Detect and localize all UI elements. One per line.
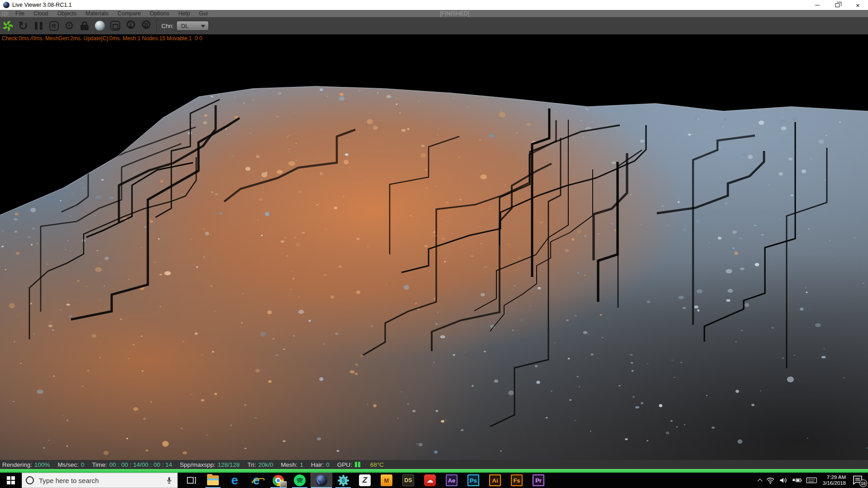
focus-picker-button[interactable]: F: [123, 19, 138, 33]
touch-keyboard-button[interactable]: [806, 477, 817, 484]
pause-icon: [35, 22, 42, 30]
cinema4d-app-icon: [3, 2, 9, 8]
taskbar-app-chrome[interactable]: [267, 473, 289, 488]
octane-logo-icon: [1, 19, 14, 32]
settings-button[interactable]: ⚙: [61, 19, 77, 33]
region-render-button[interactable]: R: [46, 19, 61, 33]
menu-objects[interactable]: Objects: [53, 10, 81, 17]
substance-gear-icon: S: [337, 474, 349, 487]
material-preview-button[interactable]: [92, 19, 108, 33]
menu-gui[interactable]: Gui: [194, 10, 212, 17]
keyboard-icon: [806, 477, 817, 484]
taskbar-app-creative-cloud[interactable]: ☁: [419, 473, 441, 488]
taskbar-app-premiere[interactable]: Pr: [528, 473, 549, 488]
daz-studio-icon: DS: [402, 474, 414, 486]
system-tray: 7:29 AM 3/16/2018 16: [758, 473, 868, 488]
menu-materials[interactable]: Materials: [81, 10, 113, 17]
pause-render-button[interactable]: [31, 19, 46, 33]
hidden-icons-button[interactable]: [758, 478, 762, 483]
internet-explorer-icon: e: [253, 474, 259, 487]
photoshop-icon: Ps: [467, 474, 479, 486]
task-view-icon: [186, 475, 197, 485]
search-input[interactable]: [39, 477, 165, 484]
close-button[interactable]: ×: [848, 0, 868, 10]
file-explorer-icon: [207, 475, 219, 485]
minimize-button[interactable]: [807, 0, 827, 10]
channel-label: Chn:: [161, 23, 174, 29]
menu-compare[interactable]: Compare: [113, 10, 145, 17]
material-ball-icon: [95, 21, 105, 31]
taskbar-searchbox[interactable]: [22, 473, 178, 488]
render-statusbar: Rendering: 100% Ms/sec: 0 Time: 00 : 00 …: [0, 460, 868, 469]
menu-options[interactable]: Options: [145, 10, 174, 17]
taskbar-app-internet-explorer[interactable]: e: [245, 473, 267, 488]
render-viewport[interactable]: [0, 43, 868, 460]
progress-fill: [0, 469, 868, 473]
material-picker-button[interactable]: M: [138, 19, 154, 33]
menu-file[interactable]: File: [11, 10, 29, 17]
lock-icon: [80, 21, 89, 30]
menu-help[interactable]: Help: [174, 10, 194, 17]
gpu-temperature: 68°C: [370, 461, 384, 468]
battery-plug-icon: [792, 477, 802, 484]
gpu-load-bars: [355, 462, 360, 467]
windows-taskbar: e e: [0, 473, 868, 488]
notification-badge: 16: [859, 479, 867, 487]
time-field: Time: 00 : 00 : 14/00 : 00 : 14: [92, 461, 172, 468]
taskbar-app-substance[interactable]: S: [332, 473, 354, 488]
taskbar-app-mudbox[interactable]: M: [376, 473, 397, 488]
tri-field: Tri: 20k/0: [247, 461, 273, 468]
volume-button[interactable]: [779, 476, 788, 484]
menubar: File Cloud Objects Materials Compare Opt…: [0, 10, 868, 17]
edge-icon: e: [231, 474, 238, 487]
start-button[interactable]: [0, 473, 22, 488]
action-center-button[interactable]: 16: [852, 474, 865, 486]
taskbar-app-photoshop[interactable]: Ps: [462, 473, 484, 488]
microphone-icon[interactable]: [165, 475, 174, 485]
restart-render-button[interactable]: ↻: [15, 19, 31, 33]
render-state-label: [FINISHED]: [440, 10, 469, 17]
tray-clock[interactable]: 7:29 AM 3/16/2018: [823, 474, 846, 486]
fuse-icon: Fs: [511, 474, 523, 486]
render-region-icon: [110, 21, 120, 31]
restore-icon: [835, 3, 840, 7]
taskbar-app-file-explorer[interactable]: [202, 473, 224, 488]
r-badge-icon: R: [49, 21, 59, 31]
cortana-icon: [26, 476, 34, 484]
taskbar-app-edge[interactable]: e: [224, 473, 245, 488]
taskbar-app-cinema4d[interactable]: [311, 473, 332, 488]
gear-icon: ⚙: [64, 20, 74, 31]
volume-icon: [779, 476, 788, 484]
live-viewer-window: Live Viewer 3.08-RC1.1 × File Cloud Obje…: [0, 0, 868, 488]
mudbox-icon: M: [381, 474, 392, 486]
windows-logo-icon: [7, 476, 15, 484]
drag-grip-icon[interactable]: [2, 11, 8, 16]
task-view-button[interactable]: [180, 473, 202, 488]
tray-time: 7:29 AM: [827, 474, 846, 480]
render-region-button[interactable]: [108, 19, 123, 33]
material-pin-icon: M: [142, 20, 151, 29]
wifi-button[interactable]: [766, 476, 775, 484]
power-button[interactable]: [792, 477, 802, 484]
restore-button[interactable]: [827, 0, 848, 10]
mesh-status-line: Check:0ms./0ms. MeshGen:2ms. Update[C]:0…: [0, 34, 868, 43]
octane-logo-button[interactable]: [0, 19, 15, 33]
mssec-field: Ms/sec: 0: [58, 461, 85, 468]
taskbar-app-after-effects[interactable]: Ae: [441, 473, 462, 488]
menu-cloud[interactable]: Cloud: [29, 10, 53, 17]
hair-field: Hair: 0: [311, 461, 330, 468]
lock-resolution-button[interactable]: [77, 19, 92, 33]
channel-dropdown[interactable]: DL: [176, 21, 209, 31]
window-controls: ×: [807, 0, 868, 10]
premiere-icon: Pr: [533, 474, 544, 486]
mesh-field: Mesh: 1: [281, 461, 303, 468]
terrain-render: [0, 43, 868, 460]
taskbar-app-illustrator[interactable]: Ai: [484, 473, 506, 488]
tray-date: 3/16/2018: [823, 480, 846, 486]
after-effects-icon: Ae: [446, 474, 458, 486]
taskbar-app-zbrush[interactable]: Z: [354, 473, 376, 488]
taskbar-app-spotify[interactable]: [289, 473, 311, 488]
taskbar-app-fuse[interactable]: Fs: [506, 473, 528, 488]
taskbar-app-daz-studio[interactable]: DS: [397, 473, 419, 488]
spotify-icon: [294, 474, 306, 486]
